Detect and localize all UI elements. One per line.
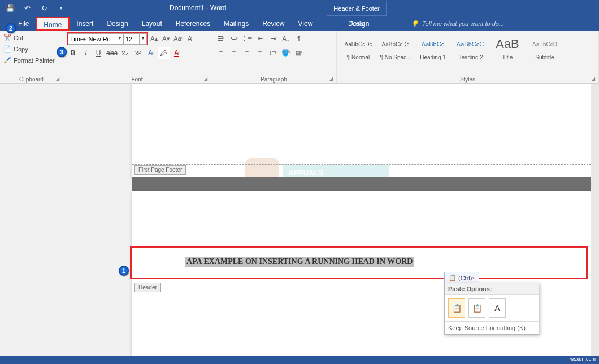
change-case-button[interactable]: Aa▾ xyxy=(172,33,184,44)
page-gap xyxy=(132,177,591,191)
strikethrough-button[interactable]: abc xyxy=(106,47,118,59)
qat-more-icon[interactable]: ▾ xyxy=(55,2,67,14)
brush-icon: 🖌️ xyxy=(3,57,11,64)
grow-font-button[interactable]: A▴ xyxy=(149,33,160,44)
tell-me-label: Tell me what you want to do... xyxy=(422,17,504,31)
step-badge-2: 2 xyxy=(6,23,16,33)
paste-keep-source-icon[interactable]: 📋 xyxy=(448,298,465,318)
ribbon: ✂️Cut 📄Copy 🖌️Format Painter Clipboard ◢… xyxy=(0,31,599,84)
redo-icon[interactable]: ↻ xyxy=(38,2,50,14)
shading-button[interactable]: 🪣▾ xyxy=(280,46,292,59)
ribbon-tabs: File Home Insert Design Layout Reference… xyxy=(0,16,599,31)
tab-design[interactable]: Design xyxy=(100,17,134,31)
paragraph-dialog-launcher[interactable]: ◢ xyxy=(329,76,335,82)
styles-dialog-launcher[interactable]: ◢ xyxy=(592,76,597,82)
paste-icon: 📋 xyxy=(449,274,457,281)
font-combo-highlight: ▾ ▾ xyxy=(67,32,148,45)
tab-header-footer-design[interactable]: Design xyxy=(341,17,376,31)
bold-button[interactable]: B xyxy=(67,47,79,59)
cut-label: Cut xyxy=(14,34,23,41)
borders-button[interactable]: ▦▾ xyxy=(293,46,305,59)
tab-home[interactable]: Home xyxy=(36,17,70,31)
italic-button[interactable]: I xyxy=(80,47,92,59)
align-left-button[interactable]: ≡ xyxy=(215,46,227,59)
style-heading-1[interactable]: AaBbCcHeading 1 xyxy=(415,33,451,66)
paste-options-icons: 📋 📋 A xyxy=(445,295,539,321)
format-painter-button[interactable]: 🖌️Format Painter xyxy=(3,55,59,66)
clipboard-dialog-launcher[interactable]: ◢ xyxy=(56,76,62,82)
group-font: ▾ ▾ A▴ A▾ Aa▾ A̷ B I U▾ abc x₂ x² A▾ 🖊▾ … xyxy=(63,31,211,83)
justify-button[interactable]: ≡ xyxy=(254,46,266,59)
superscript-button[interactable]: x² xyxy=(132,47,144,59)
styles-group-label: Styles xyxy=(337,76,598,83)
copy-label: Copy xyxy=(14,46,28,53)
font-dialog-launcher[interactable]: ◢ xyxy=(204,76,210,82)
sort-button[interactable]: A↓ xyxy=(280,32,292,45)
footer-divider xyxy=(132,164,591,165)
show-marks-button[interactable]: ¶ xyxy=(293,32,305,45)
align-right-button[interactable]: ≡ xyxy=(241,46,253,59)
contextual-tool-tab: Header & Footer Tools xyxy=(327,1,387,16)
bulb-icon: 💡 xyxy=(411,17,419,31)
font-size-input[interactable] xyxy=(124,33,140,45)
line-spacing-button[interactable]: ↕≡▾ xyxy=(267,46,279,59)
paste-options-popup: Paste Options: 📋 📋 A Keep Source Formatt… xyxy=(444,283,539,335)
multilevel-button[interactable]: ⋮≡▾ xyxy=(241,32,253,45)
tab-view[interactable]: View xyxy=(292,17,320,31)
paste-options-tooltip: Keep Source Formatting (K) xyxy=(445,321,539,334)
format-painter-label: Format Painter xyxy=(14,57,55,64)
style-heading-2[interactable]: AaBbCcCHeading 2 xyxy=(452,33,488,66)
paste-options-header: Paste Options: xyxy=(445,283,539,295)
font-color-button[interactable]: A▾ xyxy=(171,47,183,59)
highlight-button[interactable]: 🖊▾ xyxy=(158,47,170,59)
align-center-button[interactable]: ≡ xyxy=(228,46,240,59)
increase-indent-button[interactable]: ⇥ xyxy=(267,32,279,45)
copy-button[interactable]: 📄Copy xyxy=(3,44,59,55)
tab-insert[interactable]: Insert xyxy=(70,17,100,31)
step-badge-1: 1 xyxy=(119,266,129,276)
undo-icon[interactable]: ↶ xyxy=(21,2,33,14)
underline-button[interactable]: U▾ xyxy=(93,47,105,59)
header-label: Header xyxy=(134,283,161,292)
tab-references[interactable]: References xyxy=(169,17,217,31)
step-badge-3: 3 xyxy=(57,47,67,57)
tell-me-search[interactable]: 💡 Tell me what you want to do... xyxy=(404,17,511,31)
paste-text-only-icon[interactable]: A xyxy=(489,298,506,318)
font-name-dropdown[interactable]: ▾ xyxy=(116,33,124,45)
paste-merge-icon[interactable]: 📋 xyxy=(468,298,485,318)
style-normal[interactable]: AaBbCcDc¶ Normal xyxy=(340,33,376,66)
document-area: APPUALS TECH HOW-TO'S FROM THE EXPERTS! … xyxy=(0,84,599,356)
clipboard-group-label: Clipboard xyxy=(0,76,63,83)
paragraph-group-label: Paragraph xyxy=(211,76,336,83)
cut-button[interactable]: ✂️Cut xyxy=(3,32,59,44)
decrease-indent-button[interactable]: ⇤ xyxy=(254,32,266,45)
vertical-scrollbar[interactable] xyxy=(591,84,599,356)
style-title[interactable]: AaBTitle xyxy=(489,33,526,66)
numbering-button[interactable]: ≔▾ xyxy=(228,32,240,45)
tab-review[interactable]: Review xyxy=(255,17,291,31)
tab-layout[interactable]: Layout xyxy=(135,17,169,31)
font-size-dropdown[interactable]: ▾ xyxy=(140,33,147,45)
group-clipboard: ✂️Cut 📄Copy 🖌️Format Painter Clipboard ◢ xyxy=(0,31,63,83)
running-head-text[interactable]: APA EXAMPLE ON INSERTING A RUNNING HEAD … xyxy=(185,257,414,267)
page-1: APPUALS TECH HOW-TO'S FROM THE EXPERTS! … xyxy=(132,84,591,177)
copy-icon: 📄 xyxy=(3,45,11,53)
style-no-spacing[interactable]: AaBbCcDc¶ No Spac... xyxy=(377,33,414,66)
quick-access-toolbar: 💾 ↶ ↻ ▾ xyxy=(0,2,71,14)
tab-mailings[interactable]: Mailings xyxy=(217,17,255,31)
text-effects-button[interactable]: A▾ xyxy=(145,47,157,59)
save-icon[interactable]: 💾 xyxy=(5,2,16,14)
title-bar: 💾 ↶ ↻ ▾ Document1 - Word Header & Footer… xyxy=(0,0,599,16)
group-paragraph: ☰▾ ≔▾ ⋮≡▾ ⇤ ⇥ A↓ ¶ ≡ ≡ ≡ ≡ ↕≡▾ 🪣▾ ▦▾ Par… xyxy=(211,31,337,83)
shrink-font-button[interactable]: A▾ xyxy=(160,33,172,44)
paste-ctrl-button[interactable]: 📋 (Ctrl) ▾ xyxy=(444,272,479,284)
bullets-button[interactable]: ☰▾ xyxy=(215,32,227,45)
ctrl-label: (Ctrl) xyxy=(458,275,472,281)
subscript-button[interactable]: x₂ xyxy=(119,47,131,59)
font-group-label: Font xyxy=(63,76,211,83)
document-title: Document1 - Word xyxy=(170,4,226,12)
clear-formatting-button[interactable]: A̷ xyxy=(184,33,196,44)
font-name-input[interactable] xyxy=(68,33,116,45)
style-subtitle[interactable]: AaBbCcDSubtitle xyxy=(527,33,563,66)
group-styles: AaBbCcDc¶ Normal AaBbCcDc¶ No Spac... Aa… xyxy=(337,31,599,83)
